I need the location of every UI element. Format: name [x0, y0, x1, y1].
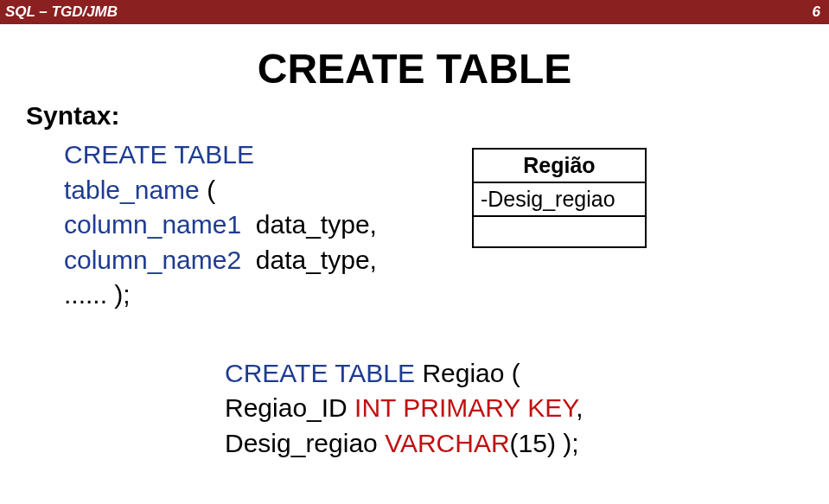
syntax-keyword: CREATE TABLE [64, 140, 254, 169]
syntax-col2: column_name2 [64, 246, 241, 274]
entity-empty-row [473, 216, 646, 247]
entity-field: -Desig_regiao [473, 182, 646, 216]
syntax-tablename: table_name [64, 175, 200, 204]
syntax-line-1: CREATE TABLE [64, 137, 377, 173]
syntax-line-2: table_name ( [64, 173, 377, 208]
syntax-label: Syntax: [26, 101, 377, 131]
page-title: CREATE TABLE [0, 45, 829, 93]
example-col2-size: (15) ); [510, 429, 579, 457]
page-number: 6 [813, 3, 820, 21]
example-block: CREATE TABLE Regiao ( Regiao_ID INT PRIM… [225, 356, 829, 462]
syntax-line-4: column_name2 data_type, [64, 243, 377, 278]
content-area: Syntax: CREATE TABLE table_name ( column… [0, 101, 829, 313]
entity-header: Região [473, 149, 646, 182]
example-col2-type: VARCHAR [385, 429, 509, 457]
example-col1-name: Regiao_ID [225, 393, 354, 422]
example-line-3: Desig_regiao VARCHAR(15) ); [225, 426, 829, 462]
entity-diagram: Região -Desig_regiao [472, 148, 647, 313]
header-bar: SQL – TGD/JMB 6 [0, 0, 829, 24]
syntax-datatype-1: data_type, [256, 210, 377, 239]
syntax-datatype-2: data_type, [256, 246, 377, 274]
example-col2-name: Desig_regiao [225, 429, 385, 457]
example-table-name: Regiao ( [415, 359, 520, 387]
example-create-table: CREATE TABLE [225, 359, 415, 387]
header-left-text: SQL – TGD/JMB [5, 3, 118, 21]
syntax-col1: column_name1 [64, 210, 241, 239]
example-line-2: Regiao_ID INT PRIMARY KEY, [225, 391, 829, 426]
example-comma: , [576, 393, 583, 422]
example-line-1: CREATE TABLE Regiao ( [225, 356, 829, 392]
syntax-open-paren: ( [200, 175, 215, 204]
syntax-line-3: column_name1 data_type, [64, 207, 377, 243]
syntax-line-5: ...... ); [64, 278, 377, 313]
example-col1-type: INT PRIMARY KEY [354, 393, 576, 422]
syntax-block: Syntax: CREATE TABLE table_name ( column… [26, 101, 377, 313]
entity-table: Região -Desig_regiao [472, 148, 647, 248]
